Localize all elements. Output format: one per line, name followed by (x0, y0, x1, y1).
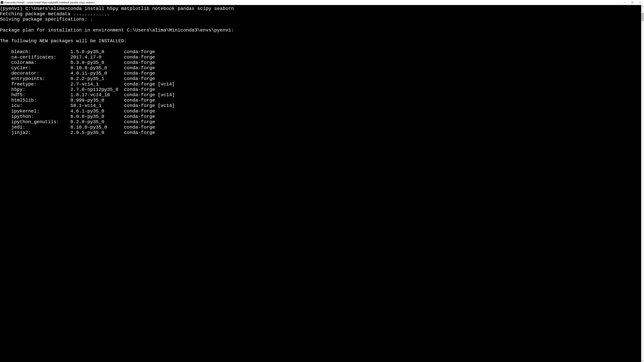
scroll-down-arrow-icon[interactable]: ▾ (641, 359, 644, 362)
package-name: ca-certificates: (11, 55, 70, 60)
terminal-line: Package plan for installation in environ… (0, 28, 641, 33)
package-version: 0.3.9-py35_0 (70, 60, 124, 65)
package-version: 58.1-vc14_1 (70, 103, 124, 108)
package-channel: conda-forge (124, 98, 155, 103)
package-channel: conda-forge (124, 65, 155, 71)
package-name: freetype: (11, 82, 70, 87)
package-name: entrypoints: (11, 76, 70, 81)
terminal-line (0, 44, 641, 49)
scroll-up-arrow-icon[interactable]: ▴ (641, 5, 644, 8)
package-name: jinja2: (11, 130, 70, 135)
package-name: bleach: (11, 49, 70, 55)
prompt-path: C:\Users\alima> (25, 6, 68, 11)
scrollbar-track[interactable] (641, 8, 644, 359)
package-row: decorator:4.0.11-py35_0conda-forge (0, 71, 641, 76)
package-row: ipython:6.0.0-py35_0conda-forge (0, 114, 641, 119)
package-name: ipython_genutils: (11, 119, 70, 125)
package-row: jinja2:2.9.5-py35_0conda-forge (0, 130, 641, 135)
package-version: 0.999-py35_0 (70, 98, 124, 103)
client-area: (pyenv1) C:\Users\alima>conda install h5… (0, 5, 644, 362)
package-version: 0.2.0-py35_0 (70, 119, 124, 125)
package-channel: conda-forge [vc14] (124, 92, 174, 98)
terminal-line: (pyenv1) C:\Users\alima>conda install h5… (0, 6, 641, 11)
package-row: icu:58.1-vc14_1conda-forge [vc14] (0, 103, 641, 108)
terminal-line: Fetching package metadata ............. (0, 11, 641, 17)
package-name: decorator: (11, 71, 70, 76)
package-channel: conda-forge (124, 109, 155, 114)
package-channel: conda-forge (124, 119, 155, 125)
maximize-button[interactable] (628, 0, 636, 5)
package-version: 4.0.11-py35_0 (70, 71, 124, 76)
package-row: h5py:2.7.0-np112py35_0conda-forge (0, 87, 641, 92)
package-channel: conda-forge (124, 114, 155, 119)
package-channel: conda-forge (124, 87, 155, 92)
window-titlebar[interactable]: Anaconda Prompt - conda install h5py mat… (0, 0, 644, 5)
package-version: 1.5.0-py35_0 (70, 49, 124, 55)
package-row: ca-certificates:2017.4.17-0conda-forge (0, 55, 641, 60)
package-row: colorama:0.3.9-py35_0conda-forge (0, 60, 641, 65)
package-row: entrypoints:0.2.2-py35_1conda-forge (0, 76, 641, 81)
package-version: 1.8.17-vc14_10 (70, 92, 124, 98)
close-button[interactable] (636, 0, 644, 5)
package-row: jedi:0.10.0-py35_0conda-forge (0, 125, 641, 130)
package-row: hdf5:1.8.17-vc14_10conda-forge [vc14] (0, 92, 641, 98)
minimize-icon (624, 2, 626, 3)
svg-rect-1 (632, 2, 633, 3)
package-name: h5py: (11, 87, 70, 92)
package-name: ipython: (11, 114, 70, 119)
package-channel: conda-forge (124, 55, 155, 60)
package-version: 2.7-vc14_1 (70, 82, 124, 87)
package-version: 2.7.0-np112py35_0 (70, 87, 124, 92)
package-channel: conda-forge (124, 76, 155, 81)
package-name: jedi: (11, 125, 70, 130)
package-version: 2017.4.17-0 (70, 55, 124, 60)
package-channel: conda-forge (124, 125, 155, 130)
package-name: icu: (11, 103, 70, 108)
maximize-icon (632, 2, 633, 3)
package-row: ipykernel:4.6.1-py35_0conda-forge (0, 109, 641, 114)
package-row: ipython_genutils:0.2.0-py35_0conda-forge (0, 119, 641, 125)
package-row: bleach:1.5.0-py35_0conda-forge (0, 49, 641, 55)
package-row: freetype:2.7-vc14_1conda-forge [vc14] (0, 82, 641, 87)
terminal-line (0, 33, 641, 38)
package-version: 0.10.0-py35_0 (70, 125, 124, 130)
minimize-button[interactable] (621, 0, 628, 5)
package-name: colorama: (11, 60, 70, 65)
package-channel: conda-forge (124, 71, 155, 76)
package-version: 6.0.0-py35_0 (70, 114, 124, 119)
prompt-env: (pyenv1) (0, 6, 25, 11)
package-channel: conda-forge [vc14] (124, 82, 174, 87)
terminal-line: Solving package specifications: . (0, 17, 641, 22)
command-text: conda install h5py matplotlib notebook p… (68, 6, 234, 11)
package-channel: conda-forge [vc14] (124, 103, 174, 108)
package-name: hdf5: (11, 92, 70, 98)
package-channel: conda-forge (124, 49, 155, 55)
package-version: 4.6.1-py35_0 (70, 109, 124, 114)
package-name: cycler: (11, 65, 70, 71)
vertical-scrollbar[interactable]: ▴ ▾ (641, 5, 644, 362)
package-name: ipykernel: (11, 109, 70, 114)
package-channel: conda-forge (124, 130, 155, 135)
terminal-output[interactable]: (pyenv1) C:\Users\alima>conda install h5… (0, 5, 641, 362)
terminal-line: The following NEW packages will be INSTA… (0, 38, 641, 44)
package-channel: conda-forge (124, 60, 155, 65)
window-title: Anaconda Prompt - conda install h5py mat… (4, 1, 621, 4)
package-name: html5lib: (11, 98, 70, 103)
app-icon (1, 1, 3, 4)
package-version: 0.2.2-py35_1 (70, 76, 124, 81)
package-row: cycler:0.10.0-py35_0conda-forge (0, 65, 641, 71)
close-icon (639, 2, 641, 3)
scrollbar-thumb[interactable] (641, 13, 644, 21)
terminal-line (0, 22, 641, 28)
package-version: 0.10.0-py35_0 (70, 65, 124, 71)
package-row: html5lib:0.999-py35_0conda-forge (0, 98, 641, 103)
package-version: 2.9.5-py35_0 (70, 130, 124, 135)
